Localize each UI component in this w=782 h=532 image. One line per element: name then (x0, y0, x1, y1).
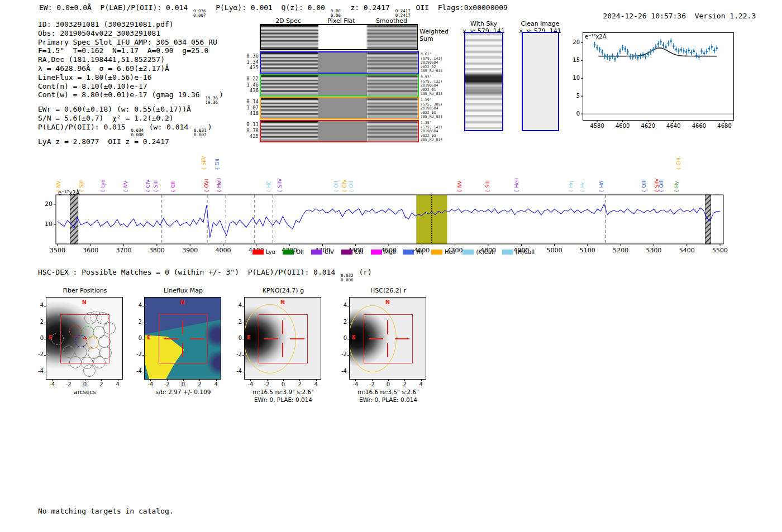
emission-line-label: { SiIV (277, 178, 283, 193)
legend-item: CIV (311, 249, 334, 255)
2d-spec-image (261, 25, 318, 49)
center-cross-v (85, 336, 86, 340)
withsky-image (465, 33, 502, 130)
info-line: F=1.5" T=0.162 N=1.17 A=0.90 g=25.0 (38, 46, 223, 55)
legend-item: Lyα (252, 249, 275, 255)
info-line: LyA z = 2.8077 OII z = 0.2417 (38, 137, 223, 146)
emission-line-label: { Hγ (674, 181, 680, 193)
fiber-circle (83, 365, 96, 377)
elixer-report-page: EW: 0.0±0.0Å P(LAE)/P(OII): 0.014 0.0360… (0, 0, 782, 532)
clean-image (523, 33, 558, 130)
fiber-positions-xlabel: arcsecs (32, 389, 137, 395)
fiber-circle (69, 356, 82, 368)
north-label: N (350, 299, 426, 305)
legend-item: Hγ (403, 249, 423, 255)
info-line: Obs: 20190504v022_3003291081 (38, 29, 223, 38)
north-label: N (245, 299, 321, 305)
crosshair (182, 320, 183, 334)
emission-line-label: { OII (349, 181, 355, 193)
lineflux-sb-label: s/b: 2.97 +/- 0.109 (131, 389, 236, 395)
line-fit-zoom-plot: e⁻¹⁷x2Å 45804600462046404660468005101520 (583, 32, 734, 121)
emission-line-label: { CIV (342, 179, 348, 193)
pixel-flat-image (318, 25, 367, 49)
north-label: N (46, 299, 122, 305)
emission-line-label: { Hδ (599, 181, 605, 193)
fiber-spec-row: 0.221.464360.93"(579, 132)20190504v022_0… (246, 74, 461, 97)
emission-line-label: { CII (170, 181, 177, 193)
fiber-circle (84, 312, 97, 324)
fiber-circle (93, 356, 106, 368)
fiber-circle (103, 322, 116, 334)
east-label: E (49, 334, 53, 341)
emission-line-label: { NV (56, 181, 62, 193)
emission-line-label: { OII (214, 159, 221, 170)
emission-line-label: { Hη (568, 181, 574, 193)
fiber-spec-row: 0.110.784351.35"(579, 141)20190504v022_0… (246, 120, 461, 142)
emission-line-label: { CIV (145, 179, 151, 193)
report-meta: 2024-12-26 10:57:36 Version 1.22.3 (585, 3, 747, 28)
emission-line-label: { NV (123, 181, 129, 193)
clean-image-panel (522, 32, 559, 131)
fiber-circle (51, 333, 64, 345)
smoothed-image (367, 25, 417, 49)
info-line: RA,Dec (181.198441,51.852257) (38, 55, 223, 64)
emission-line-label: { OII (333, 181, 340, 193)
emission-line-label: { NV (457, 181, 463, 193)
emission-line-label: { SiIV (201, 156, 207, 170)
kpno-photometry-label: m:16.5 re:3.9" s:2.6" (231, 389, 336, 395)
kpno-g-panel: KPNO(24.7) g N E m:16.5 re:3.9" s:2.6" E… (244, 297, 321, 380)
detection-info-block: ID: 3003291081 (3003291081.pdf)Obs: 2019… (38, 20, 223, 146)
legend-item: MgII (371, 249, 396, 255)
crosshair (282, 320, 283, 334)
lineflux-map-image: N E (145, 298, 221, 379)
footer-notes: No matching targets in catalog. Row inte… (38, 489, 174, 532)
info-line: ID: 3003291081 (3003291081.pdf) (38, 20, 223, 29)
full-spectrum-plot: e⁻¹⁷x2Å 35003600370038003900400041004200… (56, 195, 723, 244)
info-line: S/N = 5.6(±0.7) χ² = 1.2(±0.2) (38, 114, 223, 123)
fiber-positions-title: Fiber Positions (35, 287, 135, 294)
footer-line: No matching targets in catalog. (38, 507, 174, 516)
emission-line-label: { SiII (153, 180, 159, 193)
hsc-r-image: N E (350, 298, 426, 379)
east-label: E (247, 334, 251, 341)
emission-line-label: { HeII (216, 178, 222, 193)
spectrum-legend: LyαOIICIVCIIIMgIIHγHeII(K)CaII(H)CaII (252, 249, 535, 255)
emission-line-label: { OIII (659, 179, 665, 193)
kpno-ewr-plae-label: EWr: 0, PLAE: 0.014 (231, 396, 336, 403)
emission-line-label: { SiII (485, 180, 491, 193)
north-label: N (145, 299, 221, 305)
fiber-spec-row: 0.361.344350.61"(579, 141)20190504v022_0… (246, 51, 461, 74)
weighted-sum-strip (260, 24, 418, 50)
legend-item: CIII (341, 249, 364, 255)
withsky-panel (464, 32, 503, 131)
emission-line-label: { CIII (676, 157, 682, 170)
lineflux-map-title: Lineflux Map (133, 287, 233, 294)
legend-item: OII (283, 249, 304, 255)
info-line: λ = 4628.96Å σ = 6.69(±2.17)Å (38, 64, 223, 73)
legend-item: (H)CaII (502, 249, 535, 255)
fiber-positions-image: N E (46, 298, 122, 379)
info-line: LineFlux = 1.80(±0.56)e-16 (38, 73, 223, 82)
summary-header: EW: 0.0±0.0Å P(LAE)/P(OII): 0.014 0.0360… (39, 3, 508, 18)
hsc-photometry-label: m:16.6 re:3.5" s:2.6" (336, 389, 441, 395)
info-line: Primary Spec_Slot_IFU_AMP: 305_034_056_R… (38, 38, 223, 47)
lineflux-map-panel: Lineflux Map N E s/b: 2.97 +/- 0.109 -4-… (144, 297, 221, 380)
hsc-r-panel: HSC(26.2) r N E m:16.6 re:3.5" s:2.6" EW… (349, 297, 426, 380)
kpno-g-image: N E (245, 298, 321, 379)
report-datetime: 2024-12-26 10:57:36 (603, 12, 686, 20)
weighted-sum-label: WeightedSum (419, 28, 449, 42)
report-version: Version 1.22.3 (695, 12, 756, 20)
info-line: Cont(w) = 8.80(±0.01)e-17 (gmag 19.36 19… (38, 90, 223, 105)
emission-line-label: { HeII (514, 178, 520, 193)
info-line: P(LAE)/P(OII): 0.015 0.0340.008 (w: 0.01… (38, 123, 223, 137)
emission-line-label: { OVI (204, 179, 210, 193)
hsc-r-title: HSC(26.2) r (338, 287, 438, 294)
emission-line-label: { Hζ (266, 181, 272, 193)
emission-line-label: { Hε (580, 181, 586, 193)
hscdex-match-line: HSC-DEX : Possible Matches = 0 (within +… (38, 268, 372, 282)
info-line: EWr = 0.60(±0.18) (w: 0.55(±0.17))Å (38, 105, 223, 114)
crosshair (387, 320, 388, 334)
legend-item: (K)CaII (462, 249, 494, 255)
east-label: E (147, 334, 151, 341)
info-line: Cont(n) = 8.10(±0.10)e-17 (38, 82, 223, 91)
